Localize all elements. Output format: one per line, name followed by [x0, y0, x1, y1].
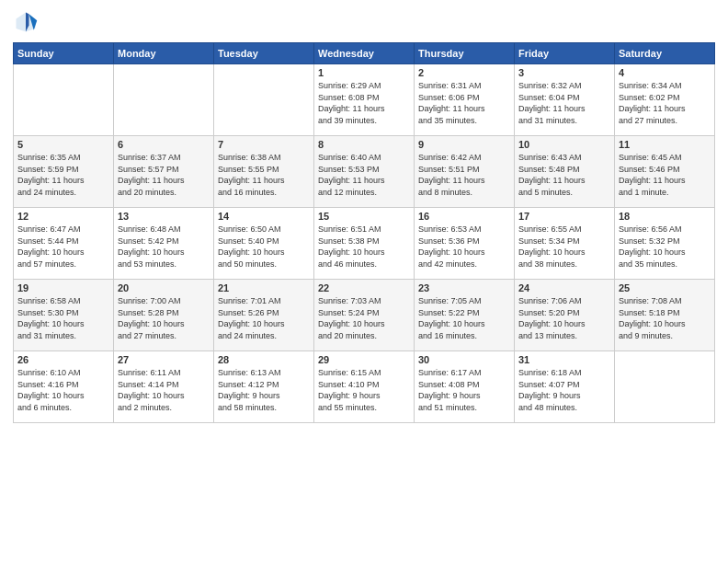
day-info: Sunrise: 6:53 AM Sunset: 5:36 PM Dayligh…	[418, 224, 510, 270]
calendar-cell: 16Sunrise: 6:53 AM Sunset: 5:36 PM Dayli…	[415, 208, 515, 280]
calendar-cell: 6Sunrise: 6:37 AM Sunset: 5:57 PM Daylig…	[114, 136, 214, 208]
day-number: 4	[619, 67, 711, 78]
calendar-cell: 8Sunrise: 6:40 AM Sunset: 5:53 PM Daylig…	[314, 136, 415, 208]
calendar-cell: 3Sunrise: 6:32 AM Sunset: 6:04 PM Daylig…	[515, 64, 615, 136]
calendar-cell: 9Sunrise: 6:42 AM Sunset: 5:51 PM Daylig…	[415, 136, 515, 208]
day-number: 12	[17, 211, 109, 222]
day-info: Sunrise: 6:37 AM Sunset: 5:57 PM Dayligh…	[118, 152, 210, 198]
day-number: 7	[218, 139, 310, 150]
day-info: Sunrise: 7:08 AM Sunset: 5:18 PM Dayligh…	[619, 295, 711, 341]
calendar-cell: 17Sunrise: 6:55 AM Sunset: 5:34 PM Dayli…	[515, 208, 615, 280]
calendar-cell: 12Sunrise: 6:47 AM Sunset: 5:44 PM Dayli…	[14, 208, 114, 280]
day-number: 3	[518, 67, 610, 78]
day-info: Sunrise: 6:48 AM Sunset: 5:42 PM Dayligh…	[118, 224, 210, 270]
day-number: 23	[418, 282, 510, 293]
day-number: 2	[418, 67, 510, 78]
day-info: Sunrise: 6:55 AM Sunset: 5:34 PM Dayligh…	[518, 224, 610, 270]
day-number: 8	[318, 139, 410, 150]
day-info: Sunrise: 6:38 AM Sunset: 5:55 PM Dayligh…	[218, 152, 310, 198]
day-number: 11	[619, 139, 711, 150]
page-container: SundayMondayTuesdayWednesdayThursdayFrid…	[0, 0, 728, 432]
weekday-header-wednesday: Wednesday	[314, 43, 415, 64]
calendar-cell: 14Sunrise: 6:50 AM Sunset: 5:40 PM Dayli…	[214, 208, 314, 280]
day-info: Sunrise: 6:18 AM Sunset: 4:07 PM Dayligh…	[518, 367, 610, 413]
calendar-week-row: 19Sunrise: 6:58 AM Sunset: 5:30 PM Dayli…	[14, 280, 715, 351]
calendar-cell: 18Sunrise: 6:56 AM Sunset: 5:32 PM Dayli…	[615, 208, 715, 280]
weekday-header-friday: Friday	[515, 43, 615, 64]
day-info: Sunrise: 6:10 AM Sunset: 4:16 PM Dayligh…	[17, 367, 109, 413]
calendar-week-row: 1Sunrise: 6:29 AM Sunset: 6:08 PM Daylig…	[14, 64, 715, 136]
day-info: Sunrise: 7:01 AM Sunset: 5:26 PM Dayligh…	[218, 295, 310, 341]
calendar-cell: 5Sunrise: 6:35 AM Sunset: 5:59 PM Daylig…	[14, 136, 114, 208]
day-info: Sunrise: 6:51 AM Sunset: 5:38 PM Dayligh…	[318, 224, 410, 270]
day-info: Sunrise: 6:17 AM Sunset: 4:08 PM Dayligh…	[418, 367, 510, 413]
calendar-cell: 15Sunrise: 6:51 AM Sunset: 5:38 PM Dayli…	[314, 208, 415, 280]
day-info: Sunrise: 7:00 AM Sunset: 5:28 PM Dayligh…	[118, 295, 210, 341]
day-info: Sunrise: 6:58 AM Sunset: 5:30 PM Dayligh…	[17, 295, 109, 341]
calendar-cell: 25Sunrise: 7:08 AM Sunset: 5:18 PM Dayli…	[615, 280, 715, 351]
weekday-header-saturday: Saturday	[615, 43, 715, 64]
day-number: 5	[17, 139, 109, 150]
calendar-week-row: 12Sunrise: 6:47 AM Sunset: 5:44 PM Dayli…	[14, 208, 715, 280]
calendar-cell: 2Sunrise: 6:31 AM Sunset: 6:06 PM Daylig…	[415, 64, 515, 136]
weekday-header-tuesday: Tuesday	[214, 43, 314, 64]
day-number: 15	[318, 211, 410, 222]
day-number: 1	[318, 67, 410, 78]
calendar-cell: 31Sunrise: 6:18 AM Sunset: 4:07 PM Dayli…	[515, 351, 615, 423]
day-number: 10	[518, 139, 610, 150]
day-number: 31	[518, 354, 610, 365]
day-number: 14	[218, 211, 310, 222]
day-number: 18	[619, 211, 711, 222]
calendar-cell: 21Sunrise: 7:01 AM Sunset: 5:26 PM Dayli…	[214, 280, 314, 351]
day-info: Sunrise: 6:43 AM Sunset: 5:48 PM Dayligh…	[518, 152, 610, 198]
day-number: 22	[318, 282, 410, 293]
weekday-header-sunday: Sunday	[14, 43, 114, 64]
calendar-cell: 28Sunrise: 6:13 AM Sunset: 4:12 PM Dayli…	[214, 351, 314, 423]
calendar-cell: 29Sunrise: 6:15 AM Sunset: 4:10 PM Dayli…	[314, 351, 415, 423]
calendar-cell: 23Sunrise: 7:05 AM Sunset: 5:22 PM Dayli…	[415, 280, 515, 351]
day-number: 20	[118, 282, 210, 293]
day-number: 29	[318, 354, 410, 365]
day-number: 28	[218, 354, 310, 365]
day-info: Sunrise: 6:56 AM Sunset: 5:32 PM Dayligh…	[619, 224, 711, 270]
calendar-table: SundayMondayTuesdayWednesdayThursdayFrid…	[13, 42, 715, 423]
day-info: Sunrise: 6:11 AM Sunset: 4:14 PM Dayligh…	[118, 367, 210, 413]
calendar-cell	[114, 64, 214, 136]
day-number: 25	[619, 282, 711, 293]
calendar-cell	[14, 64, 114, 136]
day-info: Sunrise: 6:45 AM Sunset: 5:46 PM Dayligh…	[619, 152, 711, 198]
weekday-header-thursday: Thursday	[415, 43, 515, 64]
day-number: 6	[118, 139, 210, 150]
day-number: 19	[17, 282, 109, 293]
day-info: Sunrise: 7:05 AM Sunset: 5:22 PM Dayligh…	[418, 295, 510, 341]
day-info: Sunrise: 6:35 AM Sunset: 5:59 PM Dayligh…	[17, 152, 109, 198]
calendar-cell: 27Sunrise: 6:11 AM Sunset: 4:14 PM Dayli…	[114, 351, 214, 423]
page-header	[13, 9, 715, 35]
day-number: 26	[17, 354, 109, 365]
calendar-week-row: 5Sunrise: 6:35 AM Sunset: 5:59 PM Daylig…	[14, 136, 715, 208]
day-number: 21	[218, 282, 310, 293]
logo	[13, 9, 42, 35]
day-number: 27	[118, 354, 210, 365]
day-info: Sunrise: 6:15 AM Sunset: 4:10 PM Dayligh…	[318, 367, 410, 413]
day-info: Sunrise: 7:03 AM Sunset: 5:24 PM Dayligh…	[318, 295, 410, 341]
day-info: Sunrise: 6:29 AM Sunset: 6:08 PM Dayligh…	[318, 80, 410, 126]
day-info: Sunrise: 7:06 AM Sunset: 5:20 PM Dayligh…	[518, 295, 610, 341]
day-number: 17	[518, 211, 610, 222]
day-info: Sunrise: 6:42 AM Sunset: 5:51 PM Dayligh…	[418, 152, 510, 198]
calendar-cell: 1Sunrise: 6:29 AM Sunset: 6:08 PM Daylig…	[314, 64, 415, 136]
day-number: 16	[418, 211, 510, 222]
calendar-cell: 7Sunrise: 6:38 AM Sunset: 5:55 PM Daylig…	[214, 136, 314, 208]
day-info: Sunrise: 6:34 AM Sunset: 6:02 PM Dayligh…	[619, 80, 711, 126]
calendar-cell: 26Sunrise: 6:10 AM Sunset: 4:16 PM Dayli…	[14, 351, 114, 423]
calendar-cell: 4Sunrise: 6:34 AM Sunset: 6:02 PM Daylig…	[615, 64, 715, 136]
day-info: Sunrise: 6:47 AM Sunset: 5:44 PM Dayligh…	[17, 224, 109, 270]
calendar-cell: 20Sunrise: 7:00 AM Sunset: 5:28 PM Dayli…	[114, 280, 214, 351]
calendar-cell: 10Sunrise: 6:43 AM Sunset: 5:48 PM Dayli…	[515, 136, 615, 208]
day-info: Sunrise: 6:40 AM Sunset: 5:53 PM Dayligh…	[318, 152, 410, 198]
day-info: Sunrise: 6:50 AM Sunset: 5:40 PM Dayligh…	[218, 224, 310, 270]
calendar-cell: 19Sunrise: 6:58 AM Sunset: 5:30 PM Dayli…	[14, 280, 114, 351]
calendar-cell	[214, 64, 314, 136]
calendar-week-row: 26Sunrise: 6:10 AM Sunset: 4:16 PM Dayli…	[14, 351, 715, 423]
day-number: 9	[418, 139, 510, 150]
